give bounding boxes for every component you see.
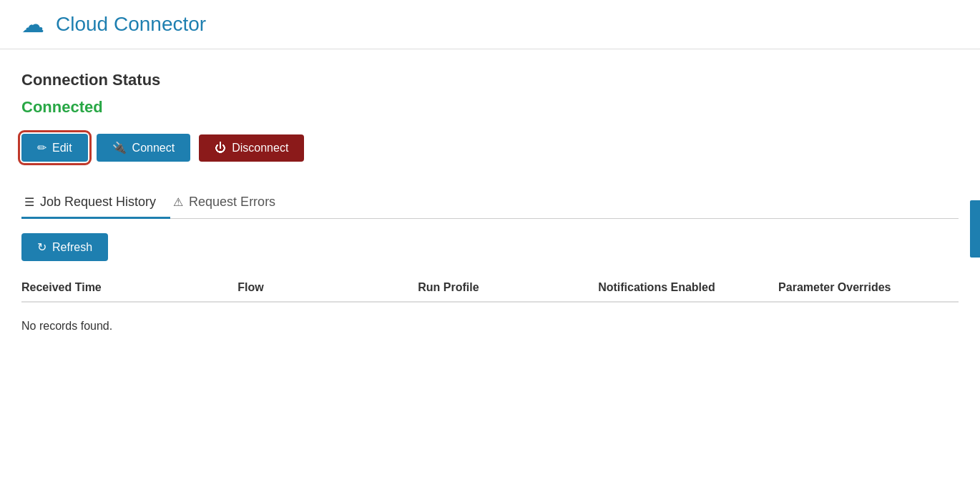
tab-job-request-history[interactable]: ☰ Job Request History [21,187,170,219]
tab-request-errors[interactable]: ⚠ Request Errors [170,187,290,219]
refresh-button-label: Refresh [52,241,92,254]
connection-status-label: Connection Status [21,71,959,89]
power-icon: ⏻ [215,142,226,155]
col-notifications-enabled: Notifications Enabled [598,281,778,294]
disconnect-button[interactable]: ⏻ Disconnect [199,134,304,162]
scrollbar-hint[interactable] [970,200,980,258]
table-header-row: Received Time Flow Run Profile Notificat… [21,281,959,303]
col-received-time: Received Time [21,281,237,294]
tabs-row: ☰ Job Request History ⚠ Request Errors [21,187,959,219]
main-content: Connection Status Connected ✏ Edit 🔌 Con… [0,49,980,495]
refresh-icon: ↻ [37,240,46,254]
tab-request-errors-label: Request Errors [189,195,275,210]
action-buttons-row: ✏ Edit 🔌 Connect ⏻ Disconnect [21,134,959,162]
col-parameter-overrides: Parameter Overrides [778,281,959,294]
list-icon: ☰ [24,195,34,209]
connect-button-label: Connect [132,142,175,155]
connect-button[interactable]: 🔌 Connect [97,134,191,162]
disconnect-button-label: Disconnect [232,142,288,155]
plug-icon: 🔌 [112,141,127,155]
connection-status-value: Connected [21,98,959,117]
cloud-icon: ☁ [21,13,44,36]
page-title: Cloud Connector [56,13,206,36]
edit-button[interactable]: ✏ Edit [21,134,88,162]
refresh-button[interactable]: ↻ Refresh [21,233,108,261]
tab-job-request-history-label: Job Request History [40,195,156,210]
edit-button-label: Edit [52,142,72,155]
col-flow: Flow [237,281,418,294]
no-records-message: No records found. [21,314,959,338]
warning-icon: ⚠ [173,195,183,209]
col-run-profile: Run Profile [418,281,598,294]
pencil-icon: ✏ [37,141,46,155]
table-container: Received Time Flow Run Profile Notificat… [21,281,959,338]
header: ☁ Cloud Connector [0,0,980,49]
page-wrapper: ☁ Cloud Connector Connection Status Conn… [0,0,980,495]
